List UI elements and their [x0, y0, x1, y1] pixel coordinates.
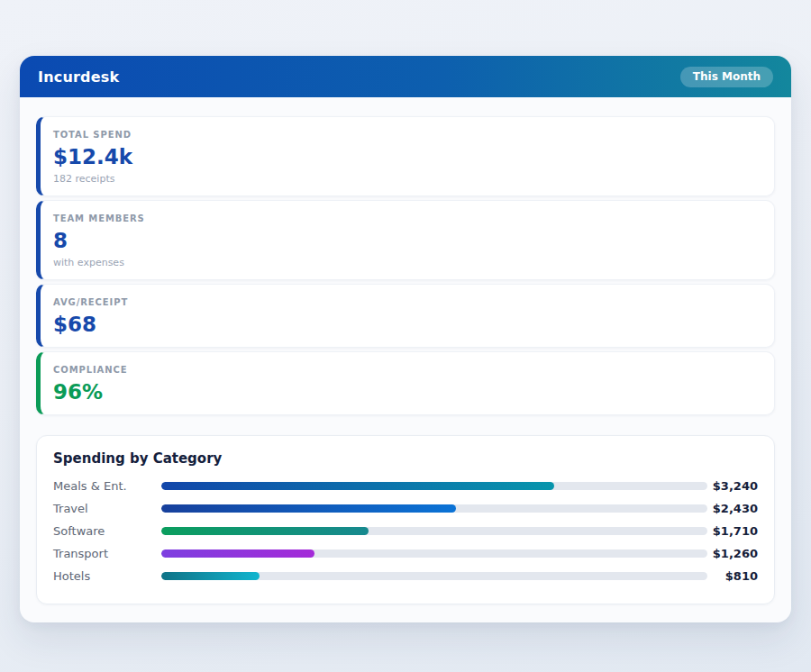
bar-fill	[161, 549, 314, 558]
category-value: $3,240	[707, 479, 758, 493]
dashboard-body: TOTAL SPEND$12.4k182 receiptsTEAM MEMBER…	[20, 97, 791, 622]
chart-row-list: Meals & Ent.$3,240Travel$2,430Software$1…	[53, 475, 758, 587]
stat-card-team-members: TEAM MEMBERS8with expenses	[36, 200, 775, 280]
category-value: $2,430	[707, 502, 758, 515]
category-label: Transport	[53, 547, 161, 560]
bar-track	[161, 482, 707, 490]
stat-value: 8	[53, 228, 758, 253]
stat-subtext: 182 receipts	[53, 173, 758, 186]
bar-fill	[161, 482, 554, 490]
stat-label: TOTAL SPEND	[53, 129, 758, 141]
bar-fill	[161, 572, 260, 580]
dashboard-card: Incurdesk This Month TOTAL SPEND$12.4k18…	[20, 56, 791, 622]
category-value: $1,710	[707, 524, 758, 538]
bar-fill	[161, 527, 369, 535]
category-value: $810	[707, 569, 758, 583]
app-title: Incurdesk	[38, 68, 119, 86]
chart-title: Spending by Category	[53, 450, 758, 467]
bar-fill	[161, 504, 456, 513]
category-label: Meals & Ent.	[53, 479, 161, 493]
chart-row-software: Software$1,710	[53, 520, 758, 542]
stat-subtext: with expenses	[53, 257, 758, 269]
stat-card-compliance: COMPLIANCE96%	[36, 351, 775, 415]
stat-value: $68	[53, 312, 758, 337]
stat-value: $12.4k	[53, 144, 758, 169]
category-label: Hotels	[53, 569, 161, 583]
bar-track	[161, 527, 707, 535]
chart-row-transport: Transport$1,260	[53, 542, 758, 565]
bar-track	[161, 549, 707, 558]
period-filter-badge[interactable]: This Month	[680, 67, 773, 87]
bar-track	[161, 504, 707, 513]
stat-card-avg-receipt: AVG/RECEIPT$68	[36, 284, 775, 348]
stat-card-total-spend: TOTAL SPEND$12.4k182 receipts	[36, 116, 775, 196]
stat-card-list: TOTAL SPEND$12.4k182 receiptsTEAM MEMBER…	[36, 116, 775, 415]
stat-label: TEAM MEMBERS	[53, 213, 758, 224]
chart-row-hotels: Hotels$810	[53, 565, 758, 587]
stat-label: COMPLIANCE	[53, 364, 758, 376]
chart-row-meals-ent-: Meals & Ent.$3,240	[53, 475, 758, 497]
app-header: Incurdesk This Month	[20, 56, 791, 97]
spending-chart-card: Spending by Category Meals & Ent.$3,240T…	[36, 435, 775, 604]
chart-row-travel: Travel$2,430	[53, 497, 758, 520]
category-label: Travel	[53, 502, 161, 515]
bar-track	[161, 572, 707, 580]
category-label: Software	[53, 524, 161, 538]
stat-label: AVG/RECEIPT	[53, 296, 758, 308]
stat-value: 96%	[53, 379, 758, 404]
category-value: $1,260	[707, 547, 758, 560]
